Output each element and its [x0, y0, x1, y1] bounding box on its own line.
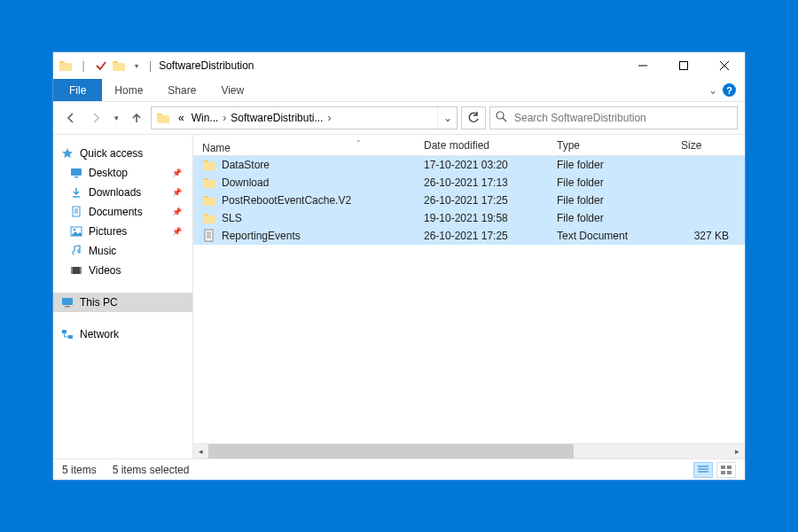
- quick-access-heading[interactable]: Quick access: [53, 144, 192, 163]
- sidebar-item-desktop[interactable]: Desktop 📌: [53, 163, 192, 183]
- network-group: Network: [53, 325, 192, 344]
- help-icon[interactable]: ?: [723, 83, 736, 97]
- search-input[interactable]: [512, 111, 732, 125]
- titlebar-separator: |: [144, 59, 157, 72]
- breadcrumb-prefix[interactable]: «: [175, 112, 188, 124]
- folder-icon[interactable]: [112, 59, 126, 73]
- close-button[interactable]: [704, 52, 745, 79]
- back-button[interactable]: [60, 107, 82, 129]
- column-type[interactable]: Type: [557, 139, 681, 152]
- sidebar-item-documents[interactable]: Documents 📌: [53, 202, 192, 222]
- downloads-icon: [69, 185, 83, 200]
- column-name[interactable]: Name ˄: [202, 142, 424, 149]
- search-box[interactable]: [489, 106, 738, 129]
- file-name-label: Download: [222, 176, 269, 189]
- tab-view[interactable]: View: [208, 79, 256, 101]
- maximize-button[interactable]: [663, 52, 704, 79]
- sidebar-item-this-pc[interactable]: This PC: [53, 293, 192, 312]
- explorer-body: Quick access Desktop 📌 Downloads 📌 Docum…: [53, 134, 745, 458]
- file-list-pane: Name ˄ Date modified Type Size DataStore…: [193, 135, 745, 458]
- svg-rect-3: [113, 63, 125, 71]
- documents-icon: [69, 205, 83, 219]
- music-icon: [69, 244, 83, 258]
- file-date-cell: 19-10-2021 19:58: [424, 212, 557, 224]
- svg-point-10: [497, 112, 504, 119]
- recent-locations-button[interactable]: ▾: [110, 107, 122, 129]
- check-icon[interactable]: [94, 59, 108, 73]
- folder-icon: [155, 110, 171, 126]
- details-view-button[interactable]: [693, 462, 713, 478]
- svg-rect-27: [68, 335, 73, 339]
- status-bar: 5 items 5 items selected: [53, 458, 745, 480]
- sidebar-item-label: Videos: [89, 264, 121, 277]
- column-size[interactable]: Size: [681, 139, 745, 152]
- scrollbar-thumb[interactable]: [208, 444, 574, 458]
- quick-access-group: Quick access Desktop 📌 Downloads 📌 Docum…: [53, 144, 192, 280]
- refresh-button[interactable]: [461, 106, 486, 129]
- file-row[interactable]: DataStore17-10-2021 03:20File folder: [193, 156, 745, 174]
- file-name-cell: SLS: [202, 211, 424, 225]
- up-button[interactable]: [126, 107, 147, 129]
- sidebar-item-music[interactable]: Music: [53, 241, 192, 261]
- svg-rect-46: [721, 471, 725, 474]
- thumbnails-view-button[interactable]: [716, 462, 736, 478]
- file-row[interactable]: SLS19-10-2021 19:58File folder: [193, 209, 745, 227]
- minimize-button[interactable]: [622, 52, 663, 79]
- file-size-cell: 327 KB: [681, 230, 745, 242]
- chevron-right-icon[interactable]: ›: [326, 112, 332, 124]
- breadcrumb-seg-2[interactable]: SoftwareDistributi...: [227, 112, 326, 124]
- address-dropdown-button[interactable]: ⌄: [437, 107, 457, 129]
- folder-icon: [202, 211, 216, 225]
- sidebar-item-pictures[interactable]: Pictures 📌: [53, 222, 192, 241]
- quick-access-toolbar: | ▾: [53, 59, 144, 73]
- svg-rect-23: [80, 267, 82, 274]
- sidebar-item-videos[interactable]: Videos: [53, 261, 192, 280]
- breadcrumb-seg-1[interactable]: Win...: [188, 112, 223, 124]
- svg-rect-44: [721, 466, 725, 469]
- file-row[interactable]: PostRebootEventCache.V226-10-2021 17:25F…: [193, 192, 745, 209]
- file-date-cell: 26-10-2021 17:13: [424, 176, 557, 189]
- pictures-icon: [69, 224, 83, 239]
- navigation-pane: Quick access Desktop 📌 Downloads 📌 Docum…: [53, 135, 193, 458]
- pin-icon: 📌: [172, 227, 187, 236]
- horizontal-scrollbar[interactable]: ◂ ▸: [193, 443, 745, 458]
- search-icon: [496, 111, 507, 125]
- sidebar-item-label: Desktop: [89, 167, 128, 179]
- sidebar-item-downloads[interactable]: Downloads 📌: [53, 183, 192, 202]
- column-date[interactable]: Date modified: [424, 139, 557, 152]
- pc-icon: [60, 295, 74, 309]
- sidebar-item-label: This PC: [80, 296, 118, 309]
- tab-share[interactable]: Share: [155, 79, 208, 101]
- svg-rect-29: [203, 162, 215, 170]
- chevron-down-icon[interactable]: ⌄: [708, 84, 717, 97]
- window-controls: [622, 52, 745, 79]
- svg-rect-35: [203, 215, 215, 223]
- tab-home[interactable]: Home: [102, 79, 155, 101]
- file-row[interactable]: Download26-10-2021 17:13File folder: [193, 174, 745, 192]
- file-type-cell: File folder: [557, 176, 681, 189]
- status-selected-count: 5 items selected: [113, 464, 190, 476]
- sidebar-item-label: Pictures: [89, 225, 127, 238]
- svg-point-20: [74, 229, 76, 231]
- qat-dropdown-icon[interactable]: ▾: [129, 59, 144, 73]
- videos-icon: [69, 263, 83, 278]
- file-date-cell: 17-10-2021 03:20: [424, 159, 557, 171]
- svg-rect-26: [62, 330, 66, 333]
- file-name-cell: DataStore: [202, 158, 424, 172]
- scrollbar-track[interactable]: [208, 444, 730, 458]
- sidebar-item-label: Quick access: [80, 147, 143, 160]
- address-bar[interactable]: « Win... › SoftwareDistributi... › ⌄: [151, 106, 458, 129]
- file-row[interactable]: ReportingEvents26-10-2021 17:25Text Docu…: [193, 227, 745, 245]
- svg-rect-12: [71, 168, 82, 176]
- file-name-label: DataStore: [222, 159, 270, 171]
- file-type-cell: File folder: [557, 159, 681, 171]
- sidebar-item-network[interactable]: Network: [53, 325, 192, 344]
- folder-icon: [202, 158, 216, 172]
- scroll-left-button[interactable]: ◂: [193, 444, 208, 459]
- file-tab[interactable]: File: [53, 79, 102, 101]
- forward-button[interactable]: [85, 107, 106, 129]
- scroll-right-button[interactable]: ▸: [730, 444, 745, 459]
- explorer-window: | ▾ | SoftwareDistribution File Home: [52, 51, 746, 481]
- this-pc-group: This PC: [53, 293, 192, 312]
- qat-separator-icon: |: [76, 59, 90, 73]
